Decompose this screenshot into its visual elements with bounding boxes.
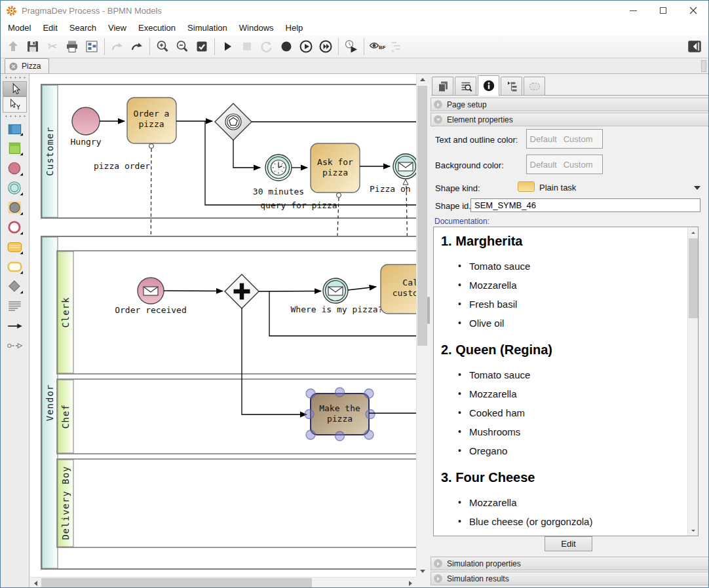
canvas-vertical-scrollbar[interactable]	[416, 74, 427, 577]
print-icon[interactable]	[62, 37, 82, 56]
section-simulation-results[interactable]: Simulation results	[431, 572, 709, 585]
menu-search[interactable]: Search	[64, 21, 102, 35]
maximize-button[interactable]	[648, 1, 678, 20]
up-arrow-icon[interactable]	[3, 37, 23, 56]
pool-horizontal-tool[interactable]	[3, 120, 27, 139]
tab-info[interactable]	[478, 75, 499, 96]
doc-scroll-thumb[interactable]	[689, 238, 698, 318]
menu-simulation[interactable]: Simulation	[182, 21, 233, 35]
zoom-out-icon[interactable]	[172, 37, 192, 56]
restart-icon[interactable]	[257, 37, 277, 56]
title-bar: PragmaDev Process - BPMN Models	[1, 1, 708, 20]
scroll-down-icon[interactable]	[688, 525, 699, 536]
diagram-canvas[interactable]: Customer Hungry Order a pizza pizza orde…	[30, 74, 416, 577]
background-color-buttons[interactable]: Default Custom	[526, 155, 603, 174]
scroll-down-icon[interactable]	[417, 566, 428, 577]
scroll-up-icon[interactable]	[688, 227, 699, 238]
record-icon[interactable]	[277, 37, 296, 56]
lane-delivery-boy[interactable]: Delivery Boy	[57, 459, 416, 547]
toolbar-separator	[104, 38, 105, 55]
menu-help[interactable]: Help	[280, 21, 309, 35]
fast-forward-icon[interactable]	[316, 37, 335, 56]
zoom-in-icon[interactable]	[153, 37, 172, 56]
stop-icon[interactable]	[237, 37, 257, 56]
cut-icon[interactable]: ✂	[43, 37, 62, 56]
shape-id-input[interactable]	[470, 198, 700, 212]
step-icon[interactable]	[296, 37, 316, 56]
toolbar-separator	[364, 38, 364, 55]
custom-button[interactable]: Custom	[564, 134, 593, 144]
watch-bp-icon[interactable]: BP	[367, 37, 387, 56]
tab-shape-style[interactable]	[524, 77, 545, 95]
shape-kind-dropdown-icon[interactable]	[694, 186, 700, 193]
scroll-right-icon[interactable]	[405, 578, 416, 588]
default-button[interactable]: Default	[530, 134, 557, 144]
task-label: pizza	[138, 119, 164, 129]
select-tool[interactable]	[3, 82, 26, 97]
horizontal-scroll-thumb[interactable]	[41, 578, 312, 588]
undo-icon[interactable]	[107, 37, 127, 56]
message-flow-tool[interactable]	[3, 336, 27, 356]
start-event-hungry[interactable]: Hungry	[71, 107, 102, 147]
app-logo-icon	[6, 5, 17, 16]
expand-icon	[434, 574, 442, 583]
start-event-tool[interactable]	[3, 159, 27, 179]
documentation-box[interactable]: 1. MargheritaTomato sauceMozzarellaFresh…	[433, 227, 699, 536]
pool-vertical-tool[interactable]	[3, 139, 27, 159]
shape-kind-value[interactable]: Plain task	[539, 183, 576, 193]
sequence-flow[interactable]	[259, 291, 321, 292]
pages-icon	[436, 80, 450, 93]
task-calm-customer[interactable]: Calm customer	[381, 265, 416, 314]
doc-item: Mozzarella	[439, 384, 687, 403]
scroll-up-icon[interactable]	[417, 74, 428, 85]
vertical-scroll-thumb[interactable]	[417, 86, 427, 346]
menu-execution[interactable]: Execution	[132, 21, 182, 35]
minimize-button[interactable]	[618, 1, 648, 20]
trace-icon[interactable]	[387, 37, 406, 56]
palette-drag-handle[interactable]	[3, 75, 26, 80]
section-element-properties[interactable]: Element properties	[431, 113, 709, 126]
tab-tree[interactable]	[501, 77, 522, 95]
section-simulation-properties[interactable]: Simulation properties	[431, 557, 709, 570]
scroll-left-icon[interactable]	[30, 578, 41, 588]
redo-icon[interactable]	[127, 37, 147, 56]
default-button[interactable]: Default	[530, 160, 557, 170]
palette-drag-handle[interactable]	[3, 114, 26, 119]
toggle-panel-icon[interactable]	[685, 37, 704, 56]
tab-find[interactable]	[455, 77, 476, 95]
menu-windows[interactable]: Windows	[233, 21, 280, 35]
menu-edit[interactable]: Edit	[37, 21, 63, 35]
intermediate-event-tool[interactable]	[3, 179, 27, 198]
document-tab-bar: Pizza	[1, 58, 708, 74]
close-button[interactable]	[678, 1, 708, 20]
text-annotation-tool[interactable]	[3, 297, 27, 316]
task-ask-for-pizza[interactable]: Ask for pizza	[311, 143, 360, 193]
tab-close-icon[interactable]	[9, 62, 18, 71]
canvas-horizontal-scrollbar[interactable]	[30, 577, 416, 588]
run-icon[interactable]	[218, 37, 237, 56]
sequence-flow-tool[interactable]	[3, 316, 27, 336]
check-model-icon[interactable]	[192, 37, 212, 56]
gateway-tool[interactable]	[3, 277, 27, 297]
end-event-tool[interactable]	[3, 218, 27, 238]
menu-view[interactable]: View	[102, 21, 132, 35]
tab-bar-scroll-strip[interactable]	[701, 60, 706, 72]
custom-button[interactable]: Custom	[564, 160, 593, 170]
select-alt-tool[interactable]	[3, 97, 26, 112]
plain-task-tool[interactable]	[3, 238, 27, 257]
edit-documentation-button[interactable]: Edit	[545, 536, 592, 551]
menu-model[interactable]: Model	[2, 21, 37, 35]
tab-pizza[interactable]: Pizza	[5, 58, 49, 73]
task-order-a-pizza[interactable]: Order a pizza	[127, 98, 176, 143]
save-icon[interactable]	[23, 37, 43, 56]
section-page-setup[interactable]: Page setup	[431, 98, 709, 111]
print-structure-icon[interactable]	[82, 37, 102, 56]
sequence-flow[interactable]	[164, 291, 223, 291]
text-outline-color-buttons[interactable]: Default Custom	[526, 129, 603, 149]
timed-run-icon[interactable]	[341, 37, 361, 56]
tab-pages[interactable]	[432, 77, 453, 95]
documentation-scrollbar[interactable]	[687, 227, 698, 536]
task-make-the-pizza-selected[interactable]: Make the pizza	[305, 388, 375, 441]
sub-process-tool[interactable]	[3, 257, 27, 277]
event-on-task-tool[interactable]	[3, 198, 27, 218]
